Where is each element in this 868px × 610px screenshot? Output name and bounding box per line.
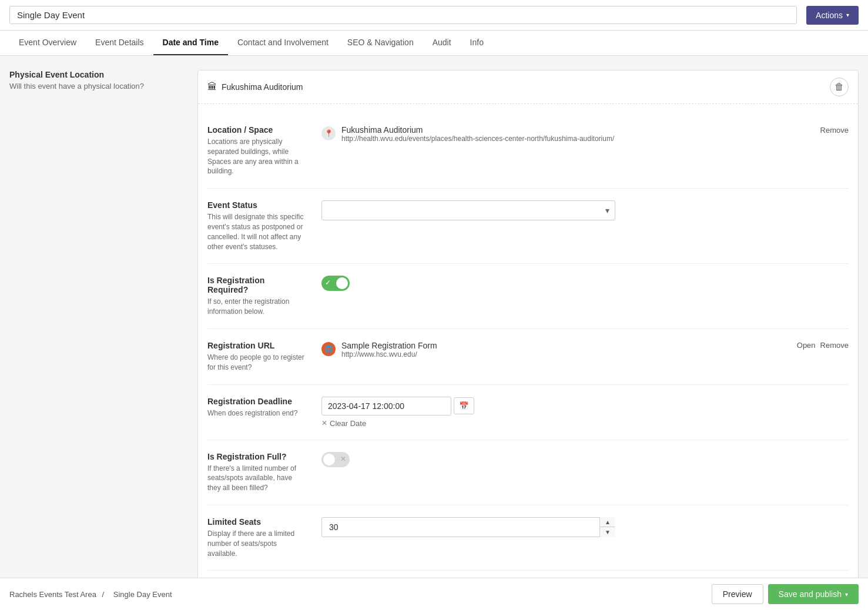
building-icon: 🏛 bbox=[207, 82, 217, 92]
location-item-text: Fukushima Auditorium http://health.wvu.e… bbox=[341, 125, 614, 143]
limited-seats-wrapper: ▲ ▼ bbox=[321, 517, 615, 537]
breadcrumb-current: Single Day Event bbox=[113, 590, 172, 599]
x-icon: ✕ bbox=[321, 419, 327, 427]
limited-seats-input[interactable] bbox=[321, 517, 615, 537]
calendar-icon: 📅 bbox=[459, 401, 469, 410]
registration-deadline-title: Registration Deadline bbox=[207, 397, 307, 406]
toggle-off-slider bbox=[321, 452, 350, 467]
bottom-actions: Preview Save and publish ▾ bbox=[712, 584, 859, 604]
registration-full-label-col: Is Registration Full? If there's a limit… bbox=[207, 452, 307, 493]
registration-url-row: Registration URL Where do people go to r… bbox=[207, 329, 849, 385]
event-status-label-col: Event Status This will designate this sp… bbox=[207, 200, 307, 252]
delete-location-button[interactable]: 🗑 bbox=[830, 78, 849, 96]
location-card-header: 🏛 Fukushima Auditorium 🗑 bbox=[198, 71, 858, 104]
location-item-actions: Remove bbox=[820, 125, 849, 135]
remove-reg-link[interactable]: Remove bbox=[820, 341, 849, 350]
save-publish-button[interactable]: Save and publish ▾ bbox=[768, 584, 859, 604]
event-status-desc: This will designate this specific event'… bbox=[207, 212, 307, 252]
open-reg-link[interactable]: Open bbox=[797, 341, 816, 350]
limited-seats-row: Limited Seats Display if there are a lim… bbox=[207, 505, 849, 571]
location-pin-icon: 📍 bbox=[321, 126, 336, 140]
top-header: Actions ▾ bbox=[0, 0, 868, 31]
registration-url-title: Registration URL bbox=[207, 341, 307, 350]
registration-deadline-control: 📅 ✕ Clear Date bbox=[321, 397, 849, 428]
globe-icon: 🌐 bbox=[321, 342, 336, 356]
physical-location-desc: Will this event have a physical location… bbox=[9, 82, 183, 91]
event-title-input[interactable] bbox=[9, 6, 797, 24]
clear-date-link[interactable]: ✕ Clear Date bbox=[321, 419, 849, 428]
limited-seats-down[interactable]: ▼ bbox=[600, 527, 615, 537]
breadcrumb-link[interactable]: Rachels Events Test Area bbox=[9, 590, 96, 599]
preview-button[interactable]: Preview bbox=[712, 584, 763, 604]
event-status-title: Event Status bbox=[207, 200, 307, 210]
registration-url-desc: Where do people go to register for this … bbox=[207, 353, 307, 373]
breadcrumb: Rachels Events Test Area / Single Day Ev… bbox=[9, 590, 176, 599]
event-status-select[interactable]: Postponed Cancelled bbox=[321, 200, 615, 220]
registration-url-label-col: Registration URL Where do people go to r… bbox=[207, 341, 307, 373]
tabs-bar: Event Overview Event Details Date and Ti… bbox=[0, 31, 868, 56]
location-card: 🏛 Fukushima Auditorium 🗑 Location / Spac… bbox=[197, 70, 859, 610]
event-status-control: Postponed Cancelled bbox=[321, 200, 849, 252]
tab-contact-involvement[interactable]: Contact and Involvement bbox=[228, 31, 338, 55]
venue-name: Fukushima Auditorium bbox=[222, 82, 303, 92]
reg-form-name: Sample Registration Form bbox=[341, 341, 437, 350]
calendar-button[interactable]: 📅 bbox=[454, 397, 474, 414]
date-input-wrapper: 📅 bbox=[321, 397, 474, 415]
registration-full-toggle[interactable]: ✕ bbox=[321, 452, 350, 467]
registration-required-toggle[interactable]: ✓ bbox=[321, 276, 350, 291]
registration-required-title: Is Registration Required? bbox=[207, 276, 307, 294]
limited-seats-desc: Display if there are a limited number of… bbox=[207, 529, 307, 558]
tab-event-overview[interactable]: Event Overview bbox=[9, 31, 86, 55]
tab-seo-navigation[interactable]: SEO & Navigation bbox=[338, 31, 423, 55]
bottom-bar: Rachels Events Test Area / Single Day Ev… bbox=[0, 578, 868, 610]
registration-required-control: ✓ bbox=[321, 276, 849, 317]
left-column: Physical Event Location Will this event … bbox=[9, 70, 197, 610]
reg-item-actions: Open Remove bbox=[797, 341, 849, 350]
actions-button[interactable]: Actions ▾ bbox=[806, 6, 859, 25]
actions-caret-icon: ▾ bbox=[846, 12, 849, 18]
registration-full-control: ✕ bbox=[321, 452, 849, 493]
right-column: 🏛 Fukushima Auditorium 🗑 Location / Spac… bbox=[197, 70, 859, 610]
main-content: Physical Event Location Will this event … bbox=[0, 56, 868, 610]
limited-seats-spinners: ▲ ▼ bbox=[599, 517, 615, 537]
limited-seats-control: ▲ ▼ bbox=[321, 517, 849, 558]
trash-icon: 🗑 bbox=[835, 82, 844, 92]
remove-location-link[interactable]: Remove bbox=[820, 126, 849, 135]
tab-date-and-time[interactable]: Date and Time bbox=[153, 31, 228, 55]
location-item-name: Fukushima Auditorium bbox=[341, 125, 614, 135]
tab-event-details[interactable]: Event Details bbox=[86, 31, 153, 55]
location-card-body: Location / Space Locations are physicall… bbox=[198, 104, 858, 610]
location-item: 📍 Fukushima Auditorium http://health.wvu… bbox=[321, 125, 849, 143]
registration-full-desc: If there's a limited number of seats/spo… bbox=[207, 464, 307, 493]
registration-deadline-desc: When does registration end? bbox=[207, 408, 307, 418]
reg-form-url: http://www.hsc.wvu.edu/ bbox=[341, 350, 437, 358]
registration-full-row: Is Registration Full? If there's a limit… bbox=[207, 440, 849, 505]
tab-info[interactable]: Info bbox=[461, 31, 493, 55]
event-status-row: Event Status This will designate this sp… bbox=[207, 189, 849, 264]
physical-location-title: Physical Event Location bbox=[9, 70, 183, 79]
location-space-desc: Locations are physically separated build… bbox=[207, 137, 307, 176]
toggle-slider bbox=[321, 276, 350, 291]
registration-required-label-col: Is Registration Required? If so, enter t… bbox=[207, 276, 307, 317]
registration-required-row: Is Registration Required? If so, enter t… bbox=[207, 264, 849, 329]
event-status-select-wrapper: Postponed Cancelled bbox=[321, 200, 615, 220]
tab-audit[interactable]: Audit bbox=[423, 31, 461, 55]
reg-item-text: Sample Registration Form http://www.hsc.… bbox=[341, 341, 437, 358]
location-space-title: Location / Space bbox=[207, 125, 307, 135]
location-space-row: Location / Space Locations are physicall… bbox=[207, 113, 849, 189]
registration-deadline-row: Registration Deadline When does registra… bbox=[207, 385, 849, 440]
save-publish-label: Save and publish bbox=[779, 589, 842, 599]
location-space-control: 📍 Fukushima Auditorium http://health.wvu… bbox=[321, 125, 849, 176]
physical-location-label: Physical Event Location Will this event … bbox=[9, 70, 183, 91]
limited-seats-up[interactable]: ▲ bbox=[600, 517, 615, 528]
limited-seats-label-col: Limited Seats Display if there are a lim… bbox=[207, 517, 307, 558]
save-publish-caret-icon: ▾ bbox=[845, 591, 848, 598]
registration-full-title: Is Registration Full? bbox=[207, 452, 307, 461]
limited-seats-title: Limited Seats bbox=[207, 517, 307, 527]
registration-deadline-input[interactable] bbox=[321, 397, 451, 415]
location-card-header-left: 🏛 Fukushima Auditorium bbox=[207, 82, 303, 92]
actions-label: Actions bbox=[816, 11, 843, 20]
location-space-label-col: Location / Space Locations are physicall… bbox=[207, 125, 307, 176]
registration-url-control: 🌐 Sample Registration Form http://www.hs… bbox=[321, 341, 849, 373]
registration-deadline-label-col: Registration Deadline When does registra… bbox=[207, 397, 307, 428]
